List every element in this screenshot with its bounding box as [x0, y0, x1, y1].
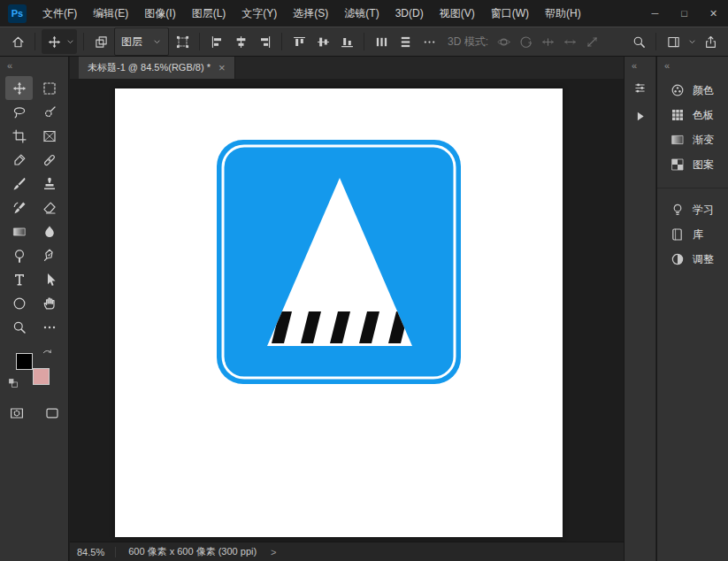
workspace-icon[interactable] — [663, 31, 684, 52]
search-icon[interactable] — [628, 31, 649, 52]
menu-layer[interactable]: 图层(L) — [184, 0, 234, 27]
tool-dodge[interactable] — [5, 243, 33, 267]
3d-scale-icon — [582, 31, 602, 52]
tool-eyedropper[interactable] — [5, 148, 33, 172]
actions-panel-icon[interactable] — [628, 104, 653, 127]
pattern-icon — [671, 158, 685, 172]
align-horizontal-center-icon[interactable] — [230, 31, 251, 52]
tool-dock-bottom — [0, 403, 68, 424]
collapse-tools-button[interactable]: « — [0, 57, 68, 73]
status-bar: 84.5% 600 像素 x 600 像素 (300 ppi) > — [70, 542, 624, 561]
document-info: 600 像素 x 600 像素 (300 ppi) — [116, 545, 265, 558]
chevron-down-icon — [151, 31, 162, 52]
current-tool-preset[interactable] — [42, 29, 77, 54]
document-tab[interactable]: 未标题-1 @ 84.5%(RGB/8) * × — [79, 57, 235, 79]
menu-type[interactable]: 文字(Y) — [234, 0, 285, 27]
close-button[interactable]: ✕ — [699, 0, 728, 27]
tool-eraser[interactable] — [35, 196, 63, 219]
panel-item-patterns[interactable]: 图案 — [657, 152, 728, 177]
tool-hand[interactable] — [35, 291, 63, 315]
align-right-icon[interactable] — [254, 31, 275, 52]
minimize-button[interactable]: ─ — [640, 0, 670, 27]
background-color-swatch[interactable] — [33, 368, 50, 385]
align-top-icon[interactable] — [288, 31, 310, 52]
collapsed-panel-strip: « — [624, 57, 656, 561]
move-tool-icon — [43, 31, 65, 52]
default-colors-icon[interactable] — [8, 378, 19, 388]
layer-target-select[interactable]: 图层 — [114, 27, 169, 56]
tool-brush[interactable] — [5, 172, 33, 196]
tool-move[interactable] — [5, 76, 33, 100]
tool-gradient[interactable] — [5, 219, 33, 243]
collapse-panels-button[interactable]: « — [625, 57, 655, 73]
canvas-area[interactable] — [70, 79, 624, 542]
menu-help[interactable]: 帮助(H) — [537, 0, 589, 27]
panel-item-libraries[interactable]: 库 — [657, 222, 728, 247]
3d-mode-label: 3D 模式: — [448, 35, 488, 50]
panel-item-learn[interactable]: 学习 — [657, 197, 728, 222]
share-icon[interactable] — [700, 31, 721, 52]
canvas[interactable] — [115, 88, 563, 537]
align-vertical-center-icon[interactable] — [312, 31, 333, 52]
separator — [655, 33, 656, 50]
tool-zoom[interactable] — [5, 315, 33, 339]
tool-horizontal-type[interactable] — [5, 267, 33, 291]
menu-file[interactable]: 文件(F) — [34, 0, 85, 27]
maximize-button[interactable]: □ — [670, 0, 699, 27]
tool-path-selection[interactable] — [35, 267, 63, 291]
menu-bar: Ps 文件(F)编辑(E)图像(I)图层(L)文字(Y)选择(S)滤镜(T)3D… — [0, 0, 728, 27]
align-left-icon[interactable] — [206, 31, 227, 52]
separator — [281, 33, 282, 50]
transform-controls-icon[interactable] — [172, 31, 193, 52]
tool-more-tools[interactable] — [35, 315, 63, 339]
screen-mode-icon[interactable] — [38, 403, 65, 424]
tool-grid — [0, 76, 68, 339]
more-options-icon[interactable] — [418, 31, 440, 52]
options-bar-right — [628, 31, 721, 52]
panel-item-gradients[interactable]: 渐变 — [657, 127, 728, 152]
panel-group: 学习库调整 — [657, 188, 728, 275]
tool-quick-selection[interactable] — [35, 100, 63, 124]
3d-roll-icon — [516, 31, 535, 52]
menu-image[interactable]: 图像(I) — [136, 0, 183, 27]
home-icon[interactable] — [7, 31, 28, 52]
tool-history-brush[interactable] — [5, 196, 33, 219]
menu-window[interactable]: 窗口(W) — [483, 0, 537, 27]
properties-panel-icon[interactable] — [628, 76, 653, 99]
panel-item-color[interactable]: 颜色 — [657, 78, 728, 103]
tool-ellipse[interactable] — [5, 291, 33, 315]
panel-item-label: 调整 — [693, 252, 714, 267]
tab-close-icon[interactable]: × — [218, 62, 226, 73]
panel-item-label: 颜色 — [693, 83, 714, 98]
quick-mask-icon[interactable] — [3, 403, 30, 424]
strip-icons — [625, 76, 655, 127]
separator — [199, 33, 200, 50]
menu-view[interactable]: 视图(V) — [432, 0, 483, 27]
options-bar: 图层 3D 模式: — [0, 27, 728, 57]
tool-pen[interactable] — [35, 243, 63, 267]
panel-item-swatches[interactable]: 色板 — [657, 103, 728, 127]
tool-crop[interactable] — [5, 124, 33, 148]
tool-frame[interactable] — [35, 124, 63, 148]
collapse-panels-button[interactable]: « — [657, 57, 728, 73]
menu-select[interactable]: 选择(S) — [285, 0, 336, 27]
tool-lasso[interactable] — [5, 100, 33, 124]
tool-spot-healing[interactable] — [35, 148, 63, 172]
panel-group: 颜色色板渐变图案 — [657, 74, 728, 181]
foreground-color-swatch[interactable] — [16, 353, 33, 370]
auto-select-icon[interactable] — [90, 31, 111, 52]
distribute-horizontal-icon[interactable] — [371, 31, 392, 52]
tool-rectangular-marquee[interactable] — [35, 76, 63, 100]
swap-colors-icon[interactable] — [42, 348, 53, 359]
zoom-level-field[interactable]: 84.5% — [70, 547, 116, 557]
status-chevron-icon[interactable]: > — [265, 547, 281, 557]
panel-item-label: 库 — [693, 227, 703, 242]
tool-blur[interactable] — [35, 219, 63, 243]
menu-filter[interactable]: 滤镜(T) — [336, 0, 387, 27]
align-bottom-icon[interactable] — [336, 31, 357, 52]
tool-clone-stamp[interactable] — [35, 172, 63, 196]
menu-edit[interactable]: 编辑(E) — [85, 0, 136, 27]
menu-3d[interactable]: 3D(D) — [387, 0, 432, 27]
distribute-vertical-icon[interactable] — [395, 31, 416, 52]
panel-item-adjustments[interactable]: 调整 — [657, 247, 728, 272]
